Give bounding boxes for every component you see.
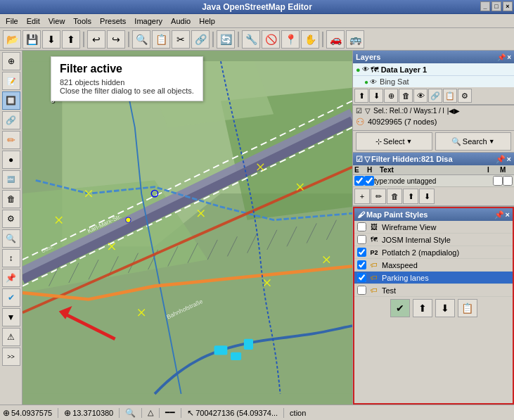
filter-down-button[interactable]: ⬇ [419,189,435,204]
map-paint-close-icon[interactable]: × [506,210,510,219]
paint-menu-button[interactable]: 📋 [458,299,477,317]
select-button[interactable]: ⊹ Select ▼ [356,132,432,151]
warning-button[interactable]: ⚠ [2,328,20,346]
maxspeed-checkbox[interactable] [357,260,366,269]
menu-file[interactable]: File [3,16,21,26]
layers-close-icon[interactable]: × [507,53,511,61]
filter-button[interactable]: ▼ [2,308,20,326]
filter-m-checkbox[interactable] [503,176,513,186]
node-icon: ⚇ [356,116,365,127]
parking-checkbox[interactable] [357,273,366,282]
paint-item-josm[interactable]: 🗺 JOSM Internal Style [354,234,513,246]
paint-activate-button[interactable]: ✔ [390,299,410,317]
zoom-fit-button[interactable]: ↕ [2,249,20,267]
redo-button[interactable]: ↪ [107,30,125,49]
filter-close-icon[interactable]: × [507,155,511,164]
zoom-button[interactable]: 🔍 [132,30,150,49]
cancel-button[interactable]: 🚫 [262,30,280,49]
paint-up-button[interactable]: ⬆ [413,299,432,317]
bing-eye-icon[interactable]: ● [364,78,368,86]
map-paint-pin-icon[interactable]: 📌 [494,210,504,219]
menu-audio[interactable]: Audio [168,16,193,26]
filter-edit-button[interactable]: ✏ [371,189,386,204]
filter-i-checkbox[interactable] [493,176,503,186]
filter-up-button[interactable]: ⬆ [403,189,418,204]
edit-button[interactable]: ✏ [2,131,20,149]
menu-help[interactable]: Help [196,16,218,26]
tools-button[interactable]: 🔧 [242,30,260,49]
more-button[interactable]: >> [2,348,20,366]
layers-pin-icon[interactable]: 📌 [497,53,506,61]
search-button[interactable]: 🔍 [2,229,20,248]
link-button[interactable]: 🔗 [191,30,210,49]
tag-button[interactable]: 🔤 [2,170,20,189]
download-button[interactable]: ⬇ [42,30,60,49]
wireframe-checkbox[interactable] [357,222,366,231]
layer-lock-icon[interactable]: 👁 [362,65,369,73]
menu-tools[interactable]: Tools [70,16,94,26]
hand-button[interactable]: ✋ [301,30,319,49]
svg-rect-28 [231,352,241,360]
menu-edit[interactable]: Edit [24,16,43,26]
connect-button[interactable]: 🔗 [2,111,20,129]
upload-button[interactable]: ⬆ [62,30,80,49]
filter-delete-button[interactable]: 🗑 [387,189,402,204]
title-bar: Java OpenStreetMap Editor _ □ × [0,0,514,14]
menu-view[interactable]: View [46,16,68,26]
pin-button[interactable]: 📍 [281,30,300,49]
minimize-button[interactable]: _ [480,1,490,11]
layer-add-button[interactable]: ⊕ [384,89,398,103]
settings-button[interactable]: ⚙ [2,210,20,228]
filter-pin-icon[interactable]: 📌 [496,155,506,164]
validate-button[interactable]: ✔ [2,288,20,307]
bing-lock-icon[interactable]: 👁 [370,78,377,86]
test-checkbox[interactable] [357,286,366,295]
refresh-button[interactable]: 🔄 [217,30,235,49]
potlatch-icon: P2 [369,248,379,257]
layer-up-button[interactable]: ⬆ [354,89,368,103]
draw-way-button[interactable]: 🔲 [2,91,20,110]
layer-duplicate-button[interactable]: 📋 [443,89,457,103]
layer-settings-button[interactable]: ⚙ [458,89,472,103]
filter-e-checkbox[interactable] [354,176,364,186]
open-button[interactable]: 📂 [3,30,21,49]
search-button[interactable]: 🔍 Search ▼ [435,132,512,151]
draw-node-button[interactable]: 📝 [2,72,20,90]
delete-button[interactable]: 🗑 [2,190,20,208]
layer-delete-button[interactable]: 🗑 [399,89,413,103]
car-button[interactable]: 🚗 [326,30,345,49]
close-button[interactable]: × [503,1,513,11]
layer-eye-icon[interactable]: ● [356,65,361,74]
latitude-value: 13.3710380 [72,409,113,417]
maximize-button[interactable]: □ [491,1,501,11]
potlatch-checkbox[interactable] [357,248,366,257]
bus-button[interactable]: 🚌 [346,30,364,49]
menu-imagery[interactable]: Imagery [131,16,165,26]
paint-down-button[interactable]: ⬇ [435,299,455,317]
filter-h-checkbox[interactable] [364,176,374,186]
paint-item-potlatch[interactable]: P2 Potlatch 2 (mapdialog) [354,246,513,259]
save-button[interactable]: 💾 [23,30,41,49]
paint-item-maxspeed[interactable]: 🏷 Maxspeed [354,259,513,272]
filter-add-button[interactable]: + [354,189,370,204]
layer-merge-button[interactable]: 🔗 [428,89,442,103]
cut-button[interactable]: ✂ [172,30,190,49]
bing-layer-row[interactable]: ● 👁 Bing Sat [353,76,514,87]
undo-button[interactable]: ↩ [87,30,105,49]
select-tool-button[interactable]: ⊕ [2,52,20,70]
data-layer-row[interactable]: ● 👁 🗺 Data Layer 1 [353,63,514,76]
paint-item-test[interactable]: 🏷 Test [354,284,513,297]
paint-item-parking[interactable]: 🏷 Parking lanes [354,272,513,284]
status-sep-3 [141,408,142,418]
paint-item-wireframe[interactable]: 🖼 Wireframe View [354,221,513,234]
layer-down-button[interactable]: ⬇ [369,89,383,103]
menu-presets[interactable]: Presets [97,16,129,26]
history-button[interactable]: 📌 [2,269,20,287]
zoom-status-icon: 🔍 [125,408,136,418]
layer-visibility-button[interactable]: 👁 [413,89,428,103]
filter-active-overlay: Filter active 821 objects hidden Close t… [51,56,203,101]
josm-checkbox[interactable] [357,235,366,244]
node-button[interactable]: ● [2,151,20,169]
clipboard-button[interactable]: 📋 [152,30,170,49]
map-view[interactable]: Karl-Marx-Str. Bahnhofstraße Oust. Filte… [23,51,352,405]
